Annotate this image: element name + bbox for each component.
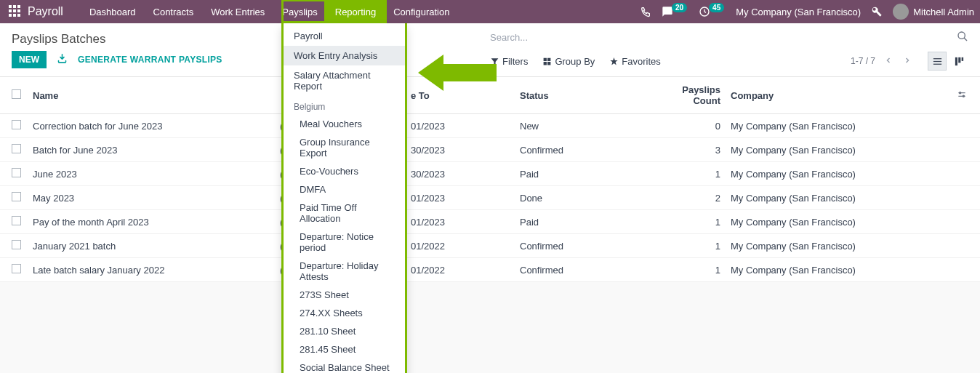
nav-item-work-entries[interactable]: Work Entries — [202, 1, 273, 23]
dropdown-subitem[interactable]: Departure: Notice period — [284, 228, 405, 257]
cell-company: My Company (San Francisco) — [725, 258, 951, 282]
cell-status: Confirmed — [514, 234, 667, 258]
svg-point-18 — [960, 92, 961, 93]
search-icon[interactable] — [957, 31, 968, 44]
view-list-icon[interactable] — [928, 52, 947, 71]
col-header-company[interactable]: Company — [725, 77, 951, 114]
cell-count: 1 — [667, 162, 725, 186]
svg-rect-2 — [17, 5, 20, 8]
nav-item-reporting[interactable]: Reporting — [326, 1, 385, 23]
columns-options-icon[interactable] — [957, 91, 967, 102]
generate-warrant-button[interactable]: GENERATE WARRANT PAYSLIPS — [78, 55, 222, 65]
cell-status: Paid — [514, 210, 667, 234]
row-checkbox[interactable] — [12, 192, 21, 201]
table-row[interactable]: Late batch salary January 2022(01/2022Co… — [0, 258, 980, 282]
nav-menu: DashboardContractsWork EntriesPayslipsRe… — [81, 1, 459, 23]
svg-rect-15 — [958, 57, 960, 63]
new-button[interactable]: NEW — [12, 51, 47, 68]
table-row[interactable]: Correction batch for June 2023(01/2023Ne… — [0, 114, 980, 138]
cell-name: Pay of the month April 2023 — [27, 210, 274, 234]
favorites-button[interactable]: Favorites — [609, 56, 660, 67]
table-row[interactable]: Pay of the month April 2023(01/2023Paid1… — [0, 210, 980, 234]
dropdown-subitem[interactable]: Meal Vouchers — [284, 115, 405, 133]
activities-icon[interactable]: 45 — [699, 6, 726, 17]
search-input[interactable] — [490, 29, 968, 46]
groupby-button[interactable]: Group By — [542, 56, 595, 67]
pager: 1-7 / 7 — [851, 52, 968, 71]
dropdown-item[interactable]: Salary Attachment Report — [284, 65, 405, 96]
cell-date-to: 01/2023 — [405, 186, 514, 210]
pager-text: 1-7 / 7 — [851, 56, 875, 66]
cell-name: Correction batch for June 2023 — [27, 114, 274, 138]
cell-date-to: 30/2023 — [405, 138, 514, 162]
user-menu[interactable]: Mitchell Admin — [893, 4, 974, 20]
col-header-count[interactable]: Payslips Count — [667, 77, 725, 114]
table-row[interactable]: June 2023(30/2023Paid1My Company (San Fr… — [0, 162, 980, 186]
apps-icon[interactable] — [9, 5, 22, 18]
col-header-name[interactable]: Name — [27, 77, 274, 114]
cell-count: 0 — [667, 114, 725, 138]
pager-next-icon[interactable] — [901, 55, 913, 68]
row-checkbox[interactable] — [12, 168, 21, 177]
cell-company: My Company (San Francisco) — [725, 138, 951, 162]
nav-item-contracts[interactable]: Contracts — [145, 1, 203, 23]
filters-button[interactable]: Filters — [490, 56, 528, 67]
user-name: Mitchell Admin — [913, 7, 974, 17]
filters-label: Filters — [502, 56, 528, 67]
col-header-date-to[interactable]: e To — [405, 77, 514, 114]
cell-company: My Company (San Francisco) — [725, 114, 951, 138]
cell-name: May 2023 — [27, 186, 274, 210]
favorites-label: Favorites — [622, 56, 660, 67]
dropdown-subitem[interactable]: Paid Time Off Allocation — [284, 198, 405, 228]
phone-icon[interactable] — [640, 6, 651, 17]
row-checkbox[interactable] — [12, 144, 21, 153]
pager-prev-icon[interactable] — [883, 55, 894, 68]
col-header-status[interactable]: Status — [514, 77, 667, 114]
nav-item-payslips[interactable]: Payslips — [273, 1, 326, 23]
svg-rect-5 — [17, 9, 20, 12]
table-row[interactable]: May 2023(01/2023Done2My Company (San Fra… — [0, 186, 980, 210]
company-selector[interactable]: My Company (San Francisco) — [736, 7, 861, 17]
svg-rect-4 — [13, 9, 16, 12]
cell-date-to: 01/2022 — [405, 258, 514, 282]
nav-right: 20 45 My Company (San Francisco) Mitchel… — [640, 4, 974, 20]
nav-item-dashboard[interactable]: Dashboard — [81, 1, 145, 23]
dropdown-subitem[interactable]: Group Insurance Export — [284, 133, 405, 162]
cell-company: My Company (San Francisco) — [725, 186, 951, 210]
cell-name: Late batch salary January 2022 — [27, 258, 274, 282]
svg-rect-7 — [13, 14, 16, 17]
row-checkbox[interactable] — [12, 216, 21, 225]
row-checkbox[interactable] — [12, 120, 21, 129]
cell-company: My Company (San Francisco) — [725, 162, 951, 186]
table-row[interactable]: Batch for June 2023(30/2023Confirmed3My … — [0, 138, 980, 162]
top-nav: Payroll DashboardContractsWork EntriesPa… — [0, 0, 980, 23]
cell-name: January 2021 batch — [27, 234, 274, 258]
app-brand[interactable]: Payroll — [28, 5, 63, 18]
nav-item-configuration[interactable]: Configuration — [385, 1, 458, 23]
select-all-checkbox[interactable] — [12, 89, 21, 99]
messages-badge: 20 — [672, 3, 687, 12]
table-row[interactable]: January 2021 batch(01/2022Confirmed1My C… — [0, 234, 980, 258]
view-kanban-icon[interactable] — [949, 52, 968, 71]
row-checkbox[interactable] — [12, 264, 21, 273]
avatar-icon — [893, 4, 909, 20]
dropdown-section-header: Belgium — [284, 97, 405, 115]
svg-rect-14 — [955, 57, 957, 65]
cell-company: My Company (San Francisco) — [725, 210, 951, 234]
dropdown-item[interactable]: Payroll — [284, 26, 405, 46]
dropdown-subitem[interactable]: Eco-Vouchers — [284, 162, 405, 180]
cell-status: Confirmed — [514, 138, 667, 162]
dropdown-subitem[interactable]: Departure: Holiday Attests — [284, 257, 405, 282]
cell-date-to: 01/2023 — [405, 210, 514, 234]
dropdown-subitem[interactable]: DMFA — [284, 180, 405, 198]
tools-icon[interactable] — [871, 6, 883, 17]
download-icon[interactable] — [57, 53, 68, 66]
dropdown-item[interactable]: Work Entry Analysis — [284, 46, 405, 65]
cell-date-to: 30/2023 — [405, 162, 514, 186]
messages-icon[interactable]: 20 — [662, 6, 688, 17]
cell-date-to: 01/2023 — [405, 114, 514, 138]
svg-rect-8 — [17, 14, 20, 17]
cell-status: Confirmed — [514, 258, 667, 282]
row-checkbox[interactable] — [12, 240, 21, 249]
cell-count: 2 — [667, 186, 725, 210]
